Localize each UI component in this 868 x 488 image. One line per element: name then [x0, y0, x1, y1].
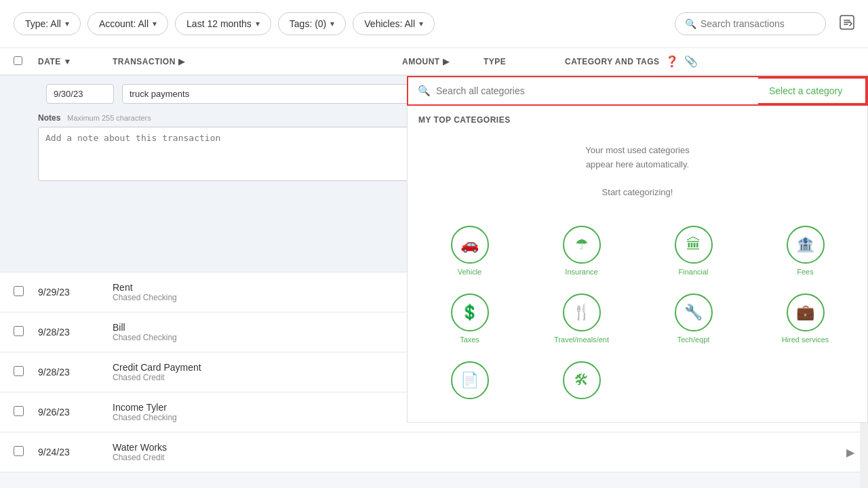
category-icon-taxes: 💲	[451, 293, 489, 331]
account-filter-label: Account: All	[99, 18, 149, 29]
category-icon-tools: 🛠	[563, 361, 601, 399]
category-label-vehicle: Vehicle	[458, 268, 481, 276]
category-icon-fees: 🏦	[787, 226, 825, 264]
tags-filter[interactable]: Tags: (0) ▾	[278, 12, 346, 35]
row-transaction-1: Bill Chased Checking	[113, 322, 402, 342]
vehicles-filter-label: Vehicles: All	[364, 18, 415, 29]
type-chevron-icon: ▾	[65, 19, 69, 28]
category-label-insurance: Insurance	[565, 268, 597, 276]
row-check-3[interactable]	[14, 406, 38, 418]
category-dropdown-container: 🔍 Select a category MY TOP CATEGORIES Yo…	[407, 76, 868, 423]
category-item-insurance[interactable]: ☂ Insurance	[529, 220, 634, 281]
amount-column-header: AMOUNT ▶	[402, 57, 484, 66]
category-help-icon[interactable]: ❓	[665, 55, 679, 68]
row-date-3: 9/26/23	[38, 407, 113, 418]
category-item-hired[interactable]: 💼 Hired services	[753, 288, 858, 349]
row-check-1[interactable]	[14, 326, 38, 338]
export-button[interactable]	[840, 15, 854, 33]
row-transaction-3: Income Tyler Chased Checking	[113, 402, 402, 422]
category-item-tools[interactable]: 🛠	[529, 356, 634, 409]
expanded-row: 🔍 Select a category MY TOP CATEGORIES Yo…	[0, 76, 868, 272]
category-icon-insurance: ☂	[563, 226, 601, 264]
type-column-header: TYPE	[484, 57, 565, 66]
transaction-column-header: TRANSACTION ▶	[113, 57, 402, 66]
category-icon-tech: 🔧	[675, 293, 713, 331]
category-item-vehicle[interactable]: 🚗 Vehicle	[417, 220, 522, 281]
row-transaction-4: Water Works Chased Credit	[113, 442, 402, 462]
date-filter[interactable]: Last 12 months ▾	[175, 12, 271, 35]
category-search-row: 🔍 Select a category	[407, 76, 868, 106]
category-attach-icon[interactable]: 📎	[684, 55, 698, 68]
category-label-financial: Financial	[678, 268, 708, 276]
row-date-2: 9/28/23	[38, 367, 113, 378]
row-date-0: 9/29/23	[38, 287, 113, 298]
category-item-fees[interactable]: 🏦 Fees	[753, 220, 858, 281]
date-filter-label: Last 12 months	[186, 18, 252, 29]
category-column-header: CATEGORY AND TAGS ❓ 📎	[565, 55, 854, 68]
category-label-tech: Tech/eqpt	[677, 336, 710, 344]
category-grid: 🚗 Vehicle ☂ Insurance 🏛 Financial 🏦 Fees…	[408, 214, 867, 415]
vehicles-filter[interactable]: Vehicles: All ▾	[353, 12, 435, 35]
row-transaction-2: Credit Card Payment Chased Credit	[113, 362, 402, 382]
tags-filter-label: Tags: (0)	[290, 18, 326, 29]
account-filter[interactable]: Account: All ▾	[87, 12, 168, 35]
date-chevron-icon: ▾	[256, 19, 260, 28]
row-check-0[interactable]	[14, 286, 38, 298]
row-check-4[interactable]	[14, 446, 38, 458]
type-filter-label: Type: All	[25, 18, 61, 29]
search-box: 🔍	[675, 12, 826, 35]
tags-chevron-icon: ▾	[330, 19, 334, 28]
category-label-hired: Hired services	[782, 336, 829, 344]
category-item-financial[interactable]: 🏛 Financial	[641, 220, 746, 281]
row-expand-arrow-4[interactable]: ▶	[846, 446, 854, 459]
search-icon: 🔍	[685, 18, 696, 29]
category-icon-financial: 🏛	[675, 226, 713, 264]
row-transaction-0: Rent Chased Checking	[113, 282, 402, 302]
row-check-2[interactable]	[14, 366, 38, 378]
top-categories-header: MY TOP CATEGORIES	[408, 106, 867, 130]
select-category-link[interactable]: Select a category	[758, 77, 867, 104]
date-column-header: DATE ▼	[38, 57, 113, 66]
category-search-bar: 🔍	[408, 77, 758, 104]
date-input[interactable]	[46, 84, 114, 104]
vehicles-chevron-icon: ▾	[419, 19, 423, 28]
category-search-input[interactable]	[436, 85, 749, 96]
category-item-taxes[interactable]: 💲 Taxes	[417, 288, 522, 349]
table-row: 9/24/23 Water Works Chased Credit ▶	[0, 432, 868, 472]
category-label-taxes: Taxes	[460, 336, 479, 344]
category-item-doc1[interactable]: 📄	[417, 356, 522, 409]
category-item-travel[interactable]: 🍴 Travel/meals/ent	[529, 288, 634, 349]
category-icon-travel: 🍴	[563, 293, 601, 331]
row-date-4: 9/24/23	[38, 447, 113, 458]
table-header: DATE ▼ TRANSACTION ▶ AMOUNT ▶ TYPE CATEG…	[0, 48, 868, 76]
select-all-check[interactable]	[14, 56, 38, 67]
category-icon-vehicle: 🚗	[451, 226, 489, 264]
category-icon-hired: 💼	[787, 293, 825, 331]
search-input[interactable]	[701, 18, 816, 29]
row-category-4: ▶	[565, 446, 854, 459]
row-date-1: 9/28/23	[38, 327, 113, 338]
top-categories-empty: Your most used categories appear here au…	[408, 130, 867, 214]
category-search-icon: 🔍	[418, 85, 431, 97]
category-panel: MY TOP CATEGORIES Your most used categor…	[407, 106, 868, 423]
category-label-travel: Travel/meals/ent	[554, 336, 609, 344]
category-item-tech[interactable]: 🔧 Tech/eqpt	[641, 288, 746, 349]
filter-bar: Type: All ▾ Account: All ▾ Last 12 month…	[0, 0, 868, 48]
category-icon-doc1: 📄	[451, 361, 489, 399]
type-filter[interactable]: Type: All ▾	[14, 12, 81, 35]
select-all-checkbox[interactable]	[14, 56, 22, 65]
account-chevron-icon: ▾	[153, 19, 157, 28]
category-label-fees: Fees	[797, 268, 813, 276]
expanded-row-top: 🔍 Select a category MY TOP CATEGORIES Yo…	[0, 76, 868, 112]
